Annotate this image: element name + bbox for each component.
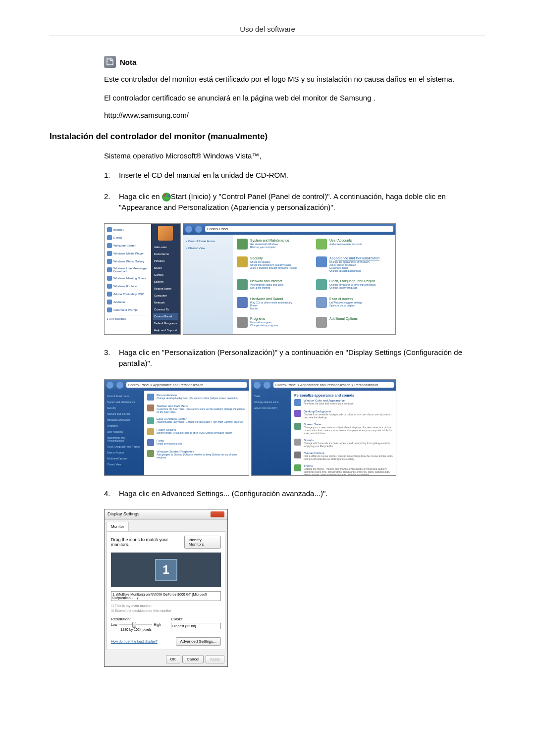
pers2-address: Control Panel > Appearance and Personali… bbox=[273, 382, 394, 388]
app-icon bbox=[107, 276, 112, 281]
start-right-item: Documents bbox=[153, 251, 178, 257]
category-icon bbox=[237, 297, 248, 308]
category-icon bbox=[316, 239, 327, 250]
cp-category: SecurityCheck for updatesCheck this comp… bbox=[237, 256, 312, 275]
start-right-item: Default Programs bbox=[153, 320, 178, 327]
personalization-screenshot: Control Panel > Appearance and Personali… bbox=[251, 379, 396, 476]
step-number: 4. bbox=[104, 488, 119, 500]
start-right-item: Computer bbox=[153, 292, 178, 299]
pers-left-item: Programs bbox=[107, 423, 142, 429]
app-icon bbox=[107, 243, 112, 248]
pers-left-item: Adjust font size (DPI) bbox=[254, 405, 289, 411]
step-number: 2. bbox=[104, 191, 119, 213]
pers-item: FontsInstall or remove a font bbox=[147, 439, 246, 446]
pers1-address: Control Panel > Appearance and Personali… bbox=[126, 382, 247, 388]
category-icon bbox=[316, 279, 327, 290]
app-icon bbox=[107, 267, 112, 272]
ds-res-low: Low bbox=[111, 623, 117, 626]
page-header-title: Uso del software bbox=[50, 25, 485, 33]
start-menu-item: Windows Photo Gallery bbox=[107, 257, 149, 265]
start-menu-item: Windows Live Messenger Download bbox=[107, 265, 149, 274]
cp-category: Hardware and SoundPlay CDs or other medi… bbox=[237, 297, 312, 313]
ds-check-extend: ☑ Extend the desktop onto this monitor bbox=[111, 609, 221, 613]
pers-left-item: Security bbox=[107, 405, 142, 411]
start-right-item: Music bbox=[153, 264, 178, 271]
top-divider bbox=[50, 36, 485, 36]
user-avatar-icon bbox=[158, 226, 173, 241]
step-1: 1. Inserte el CD del manual en la unidad… bbox=[104, 170, 485, 181]
control-panel-screenshot: Control Panel • Control Panel Home• Clas… bbox=[183, 223, 396, 335]
start-menu-item: Internet bbox=[107, 226, 149, 234]
pers-left-item: Hardware and Sound bbox=[107, 417, 142, 423]
all-programs: ▸ All Programs bbox=[107, 315, 149, 322]
app-icon bbox=[107, 284, 112, 289]
close-icon bbox=[211, 511, 224, 517]
ds-colors-label: Colors: bbox=[171, 617, 221, 621]
category-icon bbox=[237, 239, 248, 250]
nota-section: Nota Este controlador del monitor está c… bbox=[104, 56, 485, 119]
pers-item-icon bbox=[294, 439, 301, 446]
ds-tab-monitor: Monitor bbox=[107, 522, 129, 531]
category-icon bbox=[237, 317, 248, 328]
pers-item-icon bbox=[294, 410, 301, 417]
pers-item-icon bbox=[294, 423, 301, 430]
forward-icon bbox=[195, 226, 202, 233]
app-icon bbox=[107, 251, 112, 256]
nota-text-2: El controlador certificado se anunciará … bbox=[104, 93, 485, 104]
start-menu-item: Welcome Center bbox=[107, 242, 149, 250]
screenshot-step4: Display Settings Monitor Drag the icons … bbox=[104, 509, 485, 667]
ds-title-text: Display Settings bbox=[107, 511, 140, 517]
nota-url: http://www.samsung.com/ bbox=[104, 111, 485, 119]
ds-res-value: 1280 by 1024 pixels bbox=[111, 628, 161, 631]
pers-item-icon bbox=[147, 417, 154, 424]
back-icon bbox=[107, 382, 113, 389]
pers-left-item: Ease of Access bbox=[107, 450, 142, 455]
pers-item-icon bbox=[147, 428, 154, 435]
section-heading: Instalación del controlador del monitor … bbox=[50, 132, 485, 142]
pers-left-item: Appearance and Personalization bbox=[107, 435, 142, 444]
start-right-item: Connect To bbox=[153, 306, 178, 313]
pers-item-icon bbox=[294, 464, 301, 471]
step-content: Inserte el CD del manual en la unidad de… bbox=[119, 170, 485, 181]
pers-item-icon bbox=[294, 399, 301, 406]
start-right-item: Network bbox=[153, 299, 178, 306]
cp-category: Additional Options bbox=[316, 317, 391, 331]
nota-header: Nota bbox=[104, 56, 485, 68]
step-content: Haga clic en Advanced Settings... (Confi… bbox=[119, 488, 485, 500]
pers-item: Screen SaverChange your screen saver or … bbox=[294, 423, 393, 435]
forward-icon bbox=[264, 382, 270, 389]
start-menu-screenshot: InternetE-mailWelcome CenterWindows Medi… bbox=[104, 223, 181, 335]
os-text: Sistema operativo Microsoft® Windows Vis… bbox=[104, 151, 485, 160]
step-2: 2. Haga clic en Start (Inicio) y "Contro… bbox=[104, 191, 485, 213]
app-icon bbox=[107, 300, 112, 304]
pers-left-item: Classic View bbox=[107, 461, 142, 467]
start-menu-item: E-mail bbox=[107, 234, 149, 242]
start-menu-item: Command Prompt bbox=[107, 306, 149, 314]
start-right-item: Pictures bbox=[153, 257, 178, 264]
pers-item-icon bbox=[147, 450, 154, 457]
app-icon bbox=[107, 235, 112, 240]
cp-left-item: • Classic View bbox=[186, 245, 230, 252]
step-4: 4. Haga clic en Advanced Settings... (Co… bbox=[104, 488, 485, 500]
pers-left-item: User Accounts bbox=[107, 429, 142, 435]
ds-colors-select: Highest (32 bit) bbox=[171, 623, 221, 629]
start-orb-icon bbox=[162, 193, 171, 202]
appearance-personalization-screenshot: Control Panel > Appearance and Personali… bbox=[104, 379, 249, 476]
category-icon bbox=[237, 279, 248, 290]
step-content: Haga clic en Start (Inicio) y "Control P… bbox=[119, 191, 485, 213]
cancel-button: Cancel bbox=[182, 655, 204, 663]
app-icon bbox=[107, 227, 112, 232]
pers-item: ThemeChange the theme. Themes can change… bbox=[294, 464, 393, 476]
pers-item-icon bbox=[147, 404, 154, 411]
advanced-settings-button: Advanced Settings... bbox=[176, 637, 221, 646]
start-menu-item: JetAudio bbox=[107, 298, 149, 306]
forward-icon bbox=[116, 382, 123, 389]
ds-titlebar: Display Settings bbox=[105, 509, 227, 520]
pers-left-item: Network and Internet bbox=[107, 411, 142, 417]
ds-resolution-label: Resolution: bbox=[111, 617, 161, 621]
pers-item-icon bbox=[147, 439, 154, 446]
pers1-titlebar: Control Panel > Appearance and Personali… bbox=[105, 380, 249, 391]
screenshot-step2: InternetE-mailWelcome CenterWindows Medi… bbox=[104, 223, 485, 335]
monitor-icon: 1 bbox=[155, 559, 177, 581]
start-menu-item: Windows Explorer bbox=[107, 282, 149, 290]
